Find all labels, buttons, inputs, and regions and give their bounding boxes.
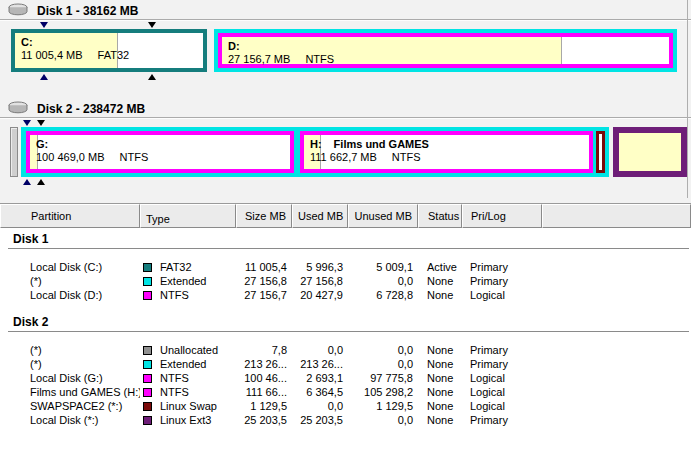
- size-cell: 27 156,8: [236, 274, 292, 288]
- partition-G[interactable]: G:100 469,0 MBNTFS: [26, 131, 294, 173]
- status-cell: Active: [418, 260, 462, 274]
- unused-cell: 97 775,8: [348, 371, 418, 385]
- size-cell: 11 005,4: [236, 260, 292, 274]
- partition-fs-text: NTFS: [120, 151, 149, 163]
- table-row[interactable]: (*)Extended213 26...213 26...0,0NonePrim…: [0, 357, 691, 371]
- status-cell: None: [418, 385, 462, 399]
- type-label: NTFS: [160, 371, 189, 385]
- unused-cell: 0,0: [348, 413, 418, 427]
- unused-cell: 6 728,8: [348, 288, 418, 302]
- partition-letter: D:: [228, 40, 334, 53]
- column-header-used[interactable]: Used MB: [292, 204, 348, 228]
- unused-cell: 0,0: [348, 274, 418, 288]
- status-cell: None: [418, 371, 462, 385]
- used-cell: 6 364,5: [292, 385, 348, 399]
- partition-D[interactable]: D:27 156,7 MBNTFS: [218, 33, 673, 68]
- type-label: FAT32: [160, 260, 192, 274]
- partition-color-swatch-icon: [143, 346, 152, 355]
- section-title: Disk 1: [13, 232, 691, 246]
- type-cell: NTFS: [140, 385, 236, 399]
- disk2-bar-area: G:100 469,0 MBNTFSH:Films und GAMES111 6…: [0, 120, 691, 192]
- unused-cell: 0,0: [348, 357, 418, 371]
- table-row[interactable]: Local Disk (C:)FAT3211 005,45 996,35 009…: [0, 260, 691, 274]
- table-row[interactable]: Local Disk (D:)NTFS27 156,720 427,96 728…: [0, 288, 691, 302]
- partition-swap[interactable]: [596, 131, 605, 173]
- partition-name-cell: Local Disk (C:): [0, 260, 140, 274]
- disks-panel: Disk 1 - 38162 MB C:11 005,4 MBFAT32D:27…: [0, 0, 691, 204]
- partition-ext3[interactable]: [613, 127, 687, 177]
- partition-label: D:27 156,7 MBNTFS: [228, 40, 334, 66]
- type-label: NTFS: [160, 385, 189, 399]
- table-row[interactable]: (*)Extended27 156,827 156,80,0NonePrimar…: [0, 274, 691, 288]
- column-header-filler: [542, 204, 691, 228]
- column-header-status[interactable]: Status: [418, 204, 462, 228]
- partition-letter: H:Films und GAMES: [310, 138, 429, 151]
- column-header-partition[interactable]: Partition: [0, 204, 140, 228]
- table-section-disk2: Disk 2(*)Unallocated7,80,00,0NonePrimary…: [0, 315, 691, 427]
- table-header: Partition Type Size MB Used MB Unused MB…: [0, 204, 691, 228]
- section-underline: [8, 248, 689, 250]
- partition-unallocated[interactable]: [10, 127, 18, 177]
- column-header-prilog[interactable]: Pri/Log: [462, 204, 542, 228]
- table-row[interactable]: SWAPSPACE2 (*:)Linux Swap1 129,50,01 129…: [0, 399, 691, 413]
- used-cell: 5 996,3: [292, 260, 348, 274]
- section-underline: [8, 331, 689, 333]
- partition-C[interactable]: C:11 005,4 MBFAT32: [11, 29, 207, 72]
- partition-manager-window: Disk 1 - 38162 MB C:11 005,4 MBFAT32D:27…: [0, 0, 691, 467]
- type-cell: Extended: [140, 357, 236, 371]
- column-header-type[interactable]: Type: [140, 204, 236, 228]
- unused-cell: 0,0: [348, 343, 418, 357]
- status-cell: None: [418, 274, 462, 288]
- partition-ext2[interactable]: G:100 469,0 MBNTFSH:Films und GAMES111 6…: [21, 127, 609, 177]
- table-row[interactable]: Films und GAMES (H:)NTFS111 66...6 364,5…: [0, 385, 691, 399]
- type-label: Extended: [160, 357, 206, 371]
- partition-name-cell: SWAPSPACE2 (*:): [0, 399, 140, 413]
- prilog-cell: Primary: [462, 260, 542, 274]
- used-cell: 27 156,8: [292, 274, 348, 288]
- size-cell: 1 129,5: [236, 399, 292, 413]
- type-cell: Unallocated: [140, 343, 236, 357]
- partition-color-swatch-icon: [143, 388, 152, 397]
- partition-fill: [599, 134, 602, 170]
- boundary-marker-up-icon: [40, 74, 48, 80]
- partition-color-swatch-icon: [143, 402, 152, 411]
- prilog-cell: Primary: [462, 413, 542, 427]
- partition-name-cell: (*): [0, 274, 140, 288]
- boundary-marker-up-icon: [37, 179, 45, 185]
- partition-color-swatch-icon: [143, 416, 152, 425]
- used-cell: 20 427,9: [292, 288, 348, 302]
- size-cell: 27 156,7: [236, 288, 292, 302]
- prilog-cell: Logical: [462, 288, 542, 302]
- type-cell: Extended: [140, 274, 236, 288]
- type-cell: NTFS: [140, 371, 236, 385]
- table-section-disk1: Disk 1Local Disk (C:)FAT3211 005,45 996,…: [0, 232, 691, 302]
- partition-letter: G:: [36, 138, 148, 151]
- type-label: Linux Swap: [160, 399, 217, 413]
- boundary-marker-up-icon: [23, 179, 31, 185]
- partition-H[interactable]: H:Films und GAMES111 662,7 MBNTFS: [300, 131, 593, 173]
- type-label: Linux Ext3: [160, 413, 211, 427]
- column-header-size[interactable]: Size MB: [236, 204, 292, 228]
- prilog-cell: Primary: [462, 274, 542, 288]
- size-cell: 25 203,5: [236, 413, 292, 427]
- partition-color-swatch-icon: [143, 291, 152, 300]
- table-row[interactable]: Local Disk (*:)Linux Ext325 203,525 203,…: [0, 413, 691, 427]
- disk-group-1: Disk 1 - 38162 MB C:11 005,4 MBFAT32D:27…: [0, 0, 691, 97]
- disk-group-2: Disk 2 - 238472 MB G:100 469,0 MBNTFSH:F…: [0, 98, 691, 198]
- disk1-bar-area: C:11 005,4 MBFAT32D:27 156,7 MBNTFS: [0, 22, 691, 94]
- size-cell: 100 46...: [236, 371, 292, 385]
- table-row[interactable]: (*)Unallocated7,80,00,0NonePrimary: [0, 343, 691, 357]
- column-header-unused[interactable]: Unused MB: [348, 204, 418, 228]
- disk1-header: Disk 1 - 38162 MB: [8, 3, 138, 18]
- type-cell: NTFS: [140, 288, 236, 302]
- type-label: Unallocated: [160, 343, 218, 357]
- status-cell: None: [418, 288, 462, 302]
- boundary-marker-up-icon: [148, 74, 156, 80]
- prilog-cell: Primary: [462, 357, 542, 371]
- partition-ext1[interactable]: D:27 156,7 MBNTFS: [214, 29, 677, 72]
- prilog-cell: Logical: [462, 371, 542, 385]
- unused-cell: 105 298,2: [348, 385, 418, 399]
- partition-letter: C:: [21, 36, 129, 49]
- table-row[interactable]: Local Disk (G:)NTFS100 46...2 693,197 77…: [0, 371, 691, 385]
- separator: [0, 117, 691, 118]
